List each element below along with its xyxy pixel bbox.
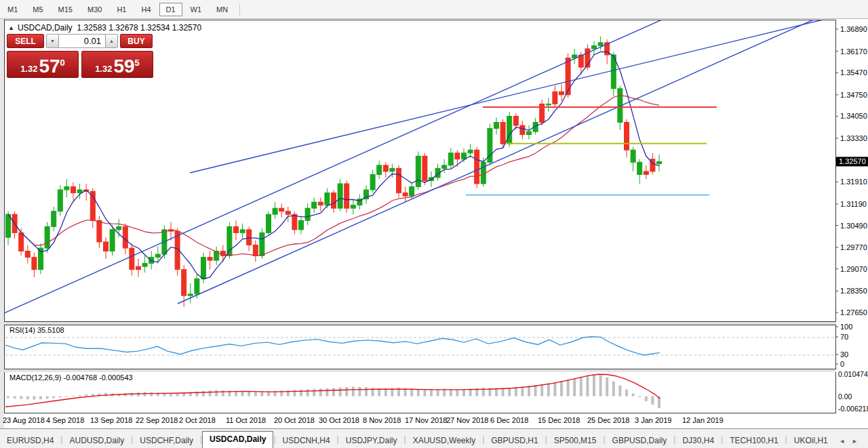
timeframe-button-m15[interactable]: M15	[52, 3, 79, 16]
macd-axis-label: 0.00	[838, 392, 852, 401]
price-axis-label: 1.27650	[840, 308, 867, 317]
buy-price-point: 5	[135, 58, 140, 68]
current-price-label: 1.32570	[839, 157, 866, 165]
rsi-axis-label: 70	[840, 333, 848, 341]
chart-symbol-label: USDCAD,Daily	[18, 23, 73, 33]
chart-tab-usdcnh[interactable]: USDCNH,H4	[276, 433, 337, 448]
volume-increase-button[interactable]: ▲	[105, 34, 118, 48]
timeframe-button-w1[interactable]: W1	[184, 3, 209, 16]
chart-tab-usdchf[interactable]: USDCHF,Daily	[133, 433, 200, 448]
price-axis-label: 1.29070	[840, 265, 867, 273]
sell-button[interactable]: SELL	[7, 34, 44, 48]
tab-scroll-arrows: ◄ ►	[835, 438, 868, 448]
time-axis[interactable]	[4, 413, 836, 428]
buy-price-base: 1.32	[95, 64, 112, 74]
chart-tab-audusd[interactable]: AUDUSD,Daily	[62, 433, 131, 448]
chart-tab-tech100[interactable]: TECH100,H1	[723, 433, 785, 448]
chart-tab-sp500[interactable]: SP500,M15	[547, 433, 604, 448]
rsi-axis-labels: 10070300	[835, 323, 852, 368]
toolbar-separator	[239, 3, 240, 16]
price-axis-label: 1.31190	[840, 200, 867, 208]
chart-title: ▲ USDCAD,Daily 1.32583 1.32678 1.32534 1…	[8, 23, 201, 33]
rsi-axis-label: 100	[840, 323, 852, 331]
chart-tab-eurusd[interactable]: EURUSD,H4	[0, 433, 60, 448]
chart-tab-gbpusd[interactable]: GBPUSD,Daily	[606, 433, 674, 448]
timeframe-button-m1[interactable]: M1	[1, 3, 24, 16]
panel-splitter[interactable]	[0, 369, 836, 372]
buy-price-pips: 59	[113, 57, 134, 76]
timeframe-toolbar: M1M5M15M30H1H4D1W1MN	[0, 0, 868, 19]
sell-price-pips: 57	[39, 57, 60, 76]
chart-tab-usdcad[interactable]: USDCAD,Daily	[202, 431, 273, 448]
chart-tab-gbpusd[interactable]: GBPUSD,H1	[484, 433, 545, 448]
collapse-panel-icon[interactable]: ▲	[8, 24, 14, 31]
chart-tab-xauusd[interactable]: XAUUSD,Weekly	[406, 433, 482, 448]
price-axis-labels: 1.368901.361701.354701.347501.340501.333…	[835, 25, 868, 317]
timeframe-button-h1[interactable]: H1	[110, 3, 133, 16]
volume-decrease-button[interactable]: ▼	[46, 34, 59, 48]
price-axis-label: 1.28350	[840, 287, 867, 295]
sell-price-tile[interactable]: 1.32 57 0	[7, 51, 79, 78]
sell-price-point: 0	[60, 58, 65, 68]
buy-button[interactable]: BUY	[120, 34, 153, 48]
rsi-axis-label: 0	[840, 360, 844, 368]
price-axis-label: 1.34750	[840, 91, 867, 99]
price-axis-label: 1.36170	[840, 47, 867, 56]
timeframe-button-d1[interactable]: D1	[159, 3, 182, 16]
sell-price-base: 1.32	[20, 64, 37, 74]
tab-scroll-left-icon[interactable]: ◄	[835, 438, 848, 445]
price-axis-label: 1.35470	[840, 68, 867, 77]
macd-axis-label: -0.006218	[838, 405, 868, 413]
one-click-trading-panel: SELL ▼ 0.01 ▲ BUY 1.32 57 0 1.32 59 5	[7, 34, 156, 78]
current-price-box	[836, 157, 868, 166]
chart-tab-bar: EURUSD,H4|AUDUSD,Daily|USDCHF,Daily|USDC…	[0, 428, 868, 448]
chart-ohlc-values: 1.32583 1.32678 1.32534 1.32570	[77, 23, 202, 33]
price-axis-label: 1.30490	[840, 222, 867, 230]
macd-panel[interactable]	[4, 371, 836, 413]
price-axis-label: 1.29770	[840, 243, 867, 251]
price-axis-label: 1.34050	[840, 112, 867, 120]
rsi-panel[interactable]	[4, 325, 836, 369]
timeframe-button-h4[interactable]: H4	[134, 3, 157, 16]
chart-tab-ukoil[interactable]: UKOil,H1	[787, 433, 835, 448]
price-axis-label: 1.36890	[840, 25, 867, 33]
macd-axis-labels: 0.0104740.00-0.006218	[838, 370, 868, 413]
price-axis-label: 1.31910	[840, 178, 867, 186]
panel-splitter[interactable]	[0, 322, 836, 325]
tab-scroll-right-icon[interactable]: ►	[848, 438, 861, 445]
rsi-axis-label: 30	[840, 350, 848, 359]
chart-tab-usdjpy[interactable]: USDJPY,Daily	[339, 433, 404, 448]
price-axis-label: 1.33330	[840, 134, 867, 142]
volume-input[interactable]: 0.01	[59, 34, 105, 48]
mt4-window: M1M5M15M30H1H4D1W1MN 1.368901.361701.354…	[0, 0, 868, 448]
timeframe-button-m5[interactable]: M5	[26, 3, 50, 16]
buy-price-tile[interactable]: 1.32 59 5	[81, 51, 153, 78]
chart-tab-dj30[interactable]: DJ30,H4	[675, 433, 721, 448]
macd-axis-label: 0.010474	[838, 370, 868, 378]
timeframe-button-mn[interactable]: MN	[210, 3, 235, 16]
timeframe-button-m30[interactable]: M30	[81, 3, 108, 16]
